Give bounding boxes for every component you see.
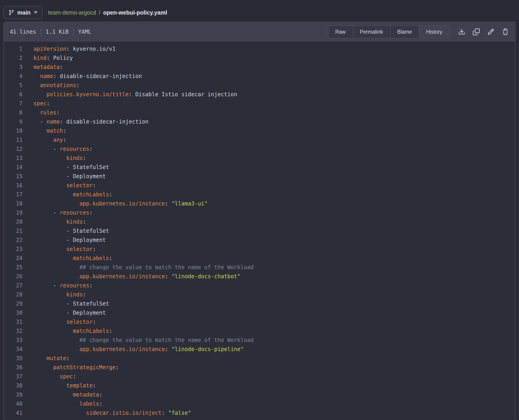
- code-line: 19 - resources:: [4, 208, 515, 217]
- code-line: 3metadata:: [4, 63, 515, 72]
- code-text: - resources:: [33, 144, 93, 154]
- code-line: 24 matchLabels:: [4, 254, 515, 263]
- permalink-button[interactable]: Permalink: [353, 26, 390, 38]
- delete-button[interactable]: [502, 28, 509, 36]
- file-view-button-group: Raw Permalink Blame History: [328, 25, 450, 38]
- branch-selector-button[interactable]: main: [3, 6, 43, 19]
- line-number[interactable]: 11: [4, 135, 22, 144]
- line-number[interactable]: 2: [4, 53, 22, 63]
- code-line: 32 matchLabels:: [4, 326, 515, 336]
- code-line: 37 spec:: [4, 372, 515, 381]
- copy-button[interactable]: [472, 28, 480, 36]
- file-language: YAML: [78, 29, 91, 35]
- code-line: 6 policies.kyverno.io/title: Disable Ist…: [4, 90, 515, 99]
- line-number[interactable]: 16: [4, 181, 22, 190]
- code-text: - StatefulSet: [33, 299, 109, 308]
- line-number[interactable]: 7: [4, 99, 22, 108]
- line-number[interactable]: 19: [4, 208, 22, 217]
- code-text: app.kubernetes.io/instance: "llama3-ui": [33, 199, 208, 208]
- line-number[interactable]: 41: [4, 408, 22, 418]
- pencil-icon: [487, 29, 494, 35]
- file-view-panel: 41 lines 1.1 KiB YAML Raw Permalink Blam…: [3, 22, 516, 420]
- line-number[interactable]: 6: [4, 90, 22, 99]
- line-number[interactable]: 28: [4, 290, 22, 299]
- line-number[interactable]: 20: [4, 217, 22, 226]
- code-line: 1apiVersion: kyverno.io/v1: [4, 44, 515, 53]
- code-text: selector:: [33, 317, 96, 326]
- line-number[interactable]: 10: [4, 126, 22, 135]
- code-line: 35 mutate:: [4, 354, 515, 363]
- code-line: 12 - resources:: [4, 144, 515, 154]
- line-number[interactable]: 22: [4, 235, 22, 245]
- code-text: rules:: [33, 108, 60, 117]
- code-line: 20 kinds:: [4, 217, 515, 226]
- line-number[interactable]: 26: [4, 272, 22, 281]
- line-number[interactable]: 31: [4, 317, 22, 326]
- code-line: 22 - Deployment: [4, 235, 515, 245]
- blame-button[interactable]: Blame: [390, 26, 419, 38]
- line-number[interactable]: 40: [4, 399, 22, 408]
- code-line: 8 rules:: [4, 108, 515, 117]
- line-number[interactable]: 29: [4, 299, 22, 308]
- line-number[interactable]: 23: [4, 245, 22, 254]
- code-text: ## change the value to match the name of…: [33, 263, 254, 272]
- line-number[interactable]: 9: [4, 117, 22, 126]
- line-number[interactable]: 14: [4, 163, 22, 172]
- breadcrumb: team-demo-argocd / open-webui-policy.yam…: [48, 9, 167, 16]
- breadcrumb-separator: /: [99, 9, 101, 16]
- code-text: any:: [33, 135, 67, 144]
- line-number[interactable]: 33: [4, 336, 22, 345]
- line-number[interactable]: 1: [4, 44, 22, 53]
- line-number[interactable]: 21: [4, 226, 22, 235]
- line-number[interactable]: 8: [4, 108, 22, 117]
- line-number[interactable]: 34: [4, 345, 22, 354]
- line-number[interactable]: 17: [4, 190, 22, 199]
- code-line: 30 - Deployment: [4, 308, 515, 317]
- line-number[interactable]: 25: [4, 263, 22, 272]
- code-line: 5 annotations:: [4, 81, 515, 90]
- line-number[interactable]: 35: [4, 354, 22, 363]
- raw-button[interactable]: Raw: [328, 26, 353, 38]
- code-text: policies.kyverno.io/title: Disable Istio…: [33, 90, 237, 99]
- code-text: - Deployment: [33, 308, 106, 317]
- code-line: 11 any:: [4, 135, 515, 144]
- code-line: 39 metadata:: [4, 390, 515, 399]
- line-number[interactable]: 37: [4, 372, 22, 381]
- code-text: selector:: [33, 245, 96, 254]
- code-text: matchLabels:: [33, 190, 112, 199]
- code-text: - Deployment: [33, 172, 106, 181]
- line-number[interactable]: 30: [4, 308, 22, 317]
- line-number[interactable]: 32: [4, 326, 22, 336]
- line-number[interactable]: 12: [4, 144, 22, 154]
- history-button[interactable]: History: [419, 26, 449, 38]
- code-text: name: disable-sidecar-injection: [33, 72, 142, 81]
- code-line: 26 app.kubernetes.io/instance: "linode-d…: [4, 272, 515, 281]
- line-number[interactable]: 18: [4, 199, 22, 208]
- code-text: spec:: [33, 372, 76, 381]
- code-text: app.kubernetes.io/instance: "linode-docs…: [33, 345, 244, 354]
- line-number[interactable]: 3: [4, 63, 22, 72]
- breadcrumb-repo-link[interactable]: team-demo-argocd: [48, 9, 96, 16]
- branch-name: main: [17, 9, 30, 16]
- line-number[interactable]: 24: [4, 254, 22, 263]
- line-number[interactable]: 15: [4, 172, 22, 181]
- line-number[interactable]: 27: [4, 281, 22, 290]
- line-number[interactable]: 39: [4, 390, 22, 399]
- code-line: 28 kinds:: [4, 290, 515, 299]
- code-text: kinds:: [33, 217, 86, 226]
- line-number[interactable]: 13: [4, 154, 22, 163]
- code-line: 34 app.kubernetes.io/instance: "linode-d…: [4, 345, 515, 354]
- code-line: 9 - name: disable-sidecar-injection: [4, 117, 515, 126]
- code-view: 1apiVersion: kyverno.io/v12kind: Policy3…: [4, 42, 515, 420]
- line-number[interactable]: 5: [4, 81, 22, 90]
- code-line: 7spec:: [4, 99, 515, 108]
- code-text: labels:: [33, 399, 102, 408]
- line-number[interactable]: 4: [4, 72, 22, 81]
- code-text: patchStrategicMerge:: [33, 363, 119, 372]
- download-button[interactable]: [458, 28, 466, 36]
- line-number[interactable]: 36: [4, 363, 22, 372]
- code-line: 29 - StatefulSet: [4, 299, 515, 308]
- edit-button[interactable]: [487, 28, 495, 36]
- line-number[interactable]: 38: [4, 381, 22, 390]
- code-lines: 1apiVersion: kyverno.io/v12kind: Policy3…: [4, 44, 515, 418]
